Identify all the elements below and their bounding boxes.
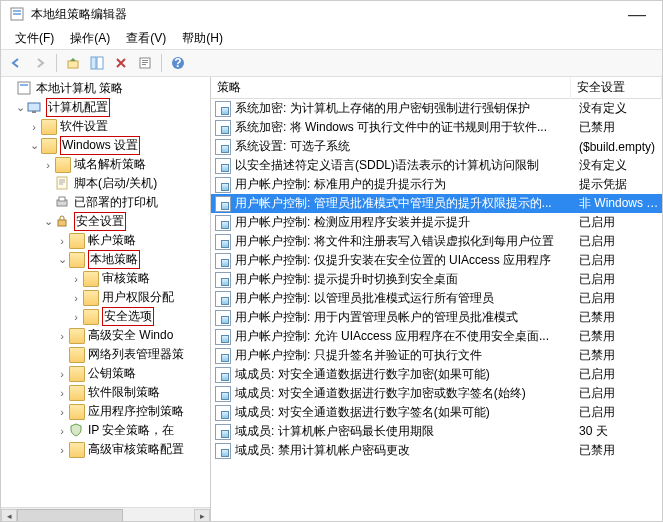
expand-icon[interactable]: › (69, 311, 83, 323)
expand-icon[interactable]: › (55, 444, 69, 456)
expand-icon[interactable]: › (69, 273, 83, 285)
tree-adv-security[interactable]: ›高级安全 Windo (3, 326, 210, 345)
tree-security-options[interactable]: ›安全选项 (3, 307, 210, 326)
folder-icon (69, 347, 85, 363)
list-row[interactable]: 以安全描述符定义语言(SDDL)语法表示的计算机访问限制没有定义 (211, 156, 662, 175)
svg-rect-7 (142, 60, 148, 61)
minimize-button[interactable]: — (620, 4, 654, 25)
col-policy[interactable]: 策略 (211, 77, 571, 99)
lock-icon (55, 214, 71, 230)
tree-ip-security[interactable]: ›IP 安全策略，在 (3, 421, 210, 440)
list-row[interactable]: 域成员: 对安全通道数据进行数字加密或数字签名(始终)已启用 (211, 384, 662, 403)
expand-icon[interactable]: › (55, 387, 69, 399)
tree-name-resolution[interactable]: ›域名解析策略 (3, 155, 210, 174)
collapse-icon[interactable]: ⌄ (41, 215, 55, 228)
list-row[interactable]: 用户帐户控制: 提示提升时切换到安全桌面已启用 (211, 270, 662, 289)
policy-item-icon (215, 329, 231, 345)
tree-user-rights[interactable]: ›用户权限分配 (3, 288, 210, 307)
collapse-icon[interactable]: ⌄ (27, 139, 41, 152)
folder-icon (83, 309, 99, 325)
expand-icon[interactable]: › (55, 368, 69, 380)
scroll-right-icon[interactable]: ▸ (194, 509, 210, 523)
expand-icon[interactable]: › (55, 406, 69, 418)
tree-root[interactable]: 本地计算机 策略 (3, 79, 210, 98)
list-pane[interactable]: 策略 安全设置 系统加密: 为计算机上存储的用户密钥强制进行强钥保护没有定义系统… (211, 77, 662, 522)
tree-account-policies[interactable]: ›帐户策略 (3, 231, 210, 250)
policy-name: 系统加密: 为计算机上存储的用户密钥强制进行强钥保护 (235, 100, 575, 117)
scroll-thumb[interactable] (17, 509, 123, 523)
menu-view[interactable]: 查看(V) (118, 28, 174, 49)
policy-setting: 已禁用 (575, 119, 662, 136)
list-row[interactable]: 域成员: 对安全通道数据进行数字加密(如果可能)已启用 (211, 365, 662, 384)
list-row[interactable]: 用户帐户控制: 标准用户的提升提示行为提示凭据 (211, 175, 662, 194)
policy-setting: 已启用 (575, 385, 662, 402)
list-row[interactable]: 用户帐户控制: 以管理员批准模式运行所有管理员已启用 (211, 289, 662, 308)
tree-windows-settings[interactable]: ⌄Windows 设置 (3, 136, 210, 155)
policy-setting: 没有定义 (575, 157, 662, 174)
list-row[interactable]: 系统加密: 为计算机上存储的用户密钥强制进行强钥保护没有定义 (211, 99, 662, 118)
policy-item-icon (215, 177, 231, 193)
scroll-left-icon[interactable]: ◂ (1, 509, 17, 523)
policy-name: 域成员: 禁用计算机帐户密码更改 (235, 442, 575, 459)
up-button[interactable] (62, 52, 84, 74)
toolbar: ? (1, 49, 662, 77)
policy-item-icon (215, 215, 231, 231)
policy-name: 域成员: 对安全通道数据进行数字签名(如果可能) (235, 404, 575, 421)
policy-icon (17, 81, 33, 97)
list-row[interactable]: 用户帐户控制: 允许 UIAccess 应用程序在不使用安全桌面...已禁用 (211, 327, 662, 346)
expand-icon[interactable]: › (55, 235, 69, 247)
menu-file[interactable]: 文件(F) (7, 28, 62, 49)
tree-pane[interactable]: 本地计算机 策略 ⌄计算机配置 ›软件设置 ⌄Windows 设置 ›域名解析策… (1, 77, 211, 522)
policy-name: 用户帐户控制: 用于内置管理员帐户的管理员批准模式 (235, 309, 575, 326)
properties-button[interactable] (134, 52, 156, 74)
list-row[interactable]: 域成员: 对安全通道数据进行数字签名(如果可能)已启用 (211, 403, 662, 422)
forward-button[interactable] (29, 52, 51, 74)
policy-item-icon (215, 443, 231, 459)
policy-item-icon (215, 158, 231, 174)
list-row[interactable]: 域成员: 禁用计算机帐户密码更改已禁用 (211, 441, 662, 460)
expand-icon[interactable]: › (41, 159, 55, 171)
tree-computer-config[interactable]: ⌄计算机配置 (3, 98, 210, 117)
expand-icon[interactable]: › (55, 330, 69, 342)
show-hide-button[interactable] (86, 52, 108, 74)
tree-security-settings[interactable]: ⌄安全设置 (3, 212, 210, 231)
menu-action[interactable]: 操作(A) (62, 28, 118, 49)
list-row[interactable]: 域成员: 计算机帐户密码最长使用期限30 天 (211, 422, 662, 441)
list-row[interactable]: 用户帐户控制: 管理员批准模式中管理员的提升权限提示的...非 Windows … (211, 194, 662, 213)
list-row[interactable]: 用户帐户控制: 将文件和注册表写入错误虚拟化到每用户位置已启用 (211, 232, 662, 251)
tree-network-list[interactable]: 网络列表管理器策 (3, 345, 210, 364)
list-row[interactable]: 用户帐户控制: 用于内置管理员帐户的管理员批准模式已禁用 (211, 308, 662, 327)
tree-public-key[interactable]: ›公钥策略 (3, 364, 210, 383)
tree-local-policies[interactable]: ⌄本地策略 (3, 250, 210, 269)
tree-scripts[interactable]: 脚本(启动/关机) (3, 174, 210, 193)
back-button[interactable] (5, 52, 27, 74)
menu-help[interactable]: 帮助(H) (174, 28, 231, 49)
delete-button[interactable] (110, 52, 132, 74)
printer-icon (55, 195, 71, 211)
policy-name: 域成员: 对安全通道数据进行数字加密(如果可能) (235, 366, 575, 383)
collapse-icon[interactable]: ⌄ (13, 101, 27, 114)
list-row[interactable]: 系统设置: 可选子系统($build.empty) (211, 137, 662, 156)
tree-software-restrict[interactable]: ›软件限制策略 (3, 383, 210, 402)
policy-item-icon (215, 310, 231, 326)
expand-icon[interactable]: › (27, 121, 41, 133)
expand-icon[interactable]: › (55, 425, 69, 437)
tree-hscrollbar[interactable]: ◂ ▸ (1, 507, 210, 522)
policy-name: 用户帐户控制: 只提升签名并验证的可执行文件 (235, 347, 575, 364)
policy-item-icon (215, 101, 231, 117)
tree-deployed-printers[interactable]: 已部署的打印机 (3, 193, 210, 212)
tree-audit-policy[interactable]: ›审核策略 (3, 269, 210, 288)
list-row[interactable]: 用户帐户控制: 检测应用程序安装并提示提升已启用 (211, 213, 662, 232)
tree-app-control[interactable]: ›应用程序控制策略 (3, 402, 210, 421)
list-row[interactable]: 系统加密: 将 Windows 可执行文件中的证书规则用于软件...已禁用 (211, 118, 662, 137)
col-setting[interactable]: 安全设置 (571, 77, 662, 99)
tree-software-settings[interactable]: ›软件设置 (3, 117, 210, 136)
policy-setting: 已启用 (575, 404, 662, 421)
svg-rect-14 (28, 103, 40, 111)
list-row[interactable]: 用户帐户控制: 只提升签名并验证的可执行文件已禁用 (211, 346, 662, 365)
help-button[interactable]: ? (167, 52, 189, 74)
expand-icon[interactable]: › (69, 292, 83, 304)
list-row[interactable]: 用户帐户控制: 仅提升安装在安全位置的 UIAccess 应用程序已启用 (211, 251, 662, 270)
tree-adv-audit[interactable]: ›高级审核策略配置 (3, 440, 210, 459)
collapse-icon[interactable]: ⌄ (55, 253, 69, 266)
